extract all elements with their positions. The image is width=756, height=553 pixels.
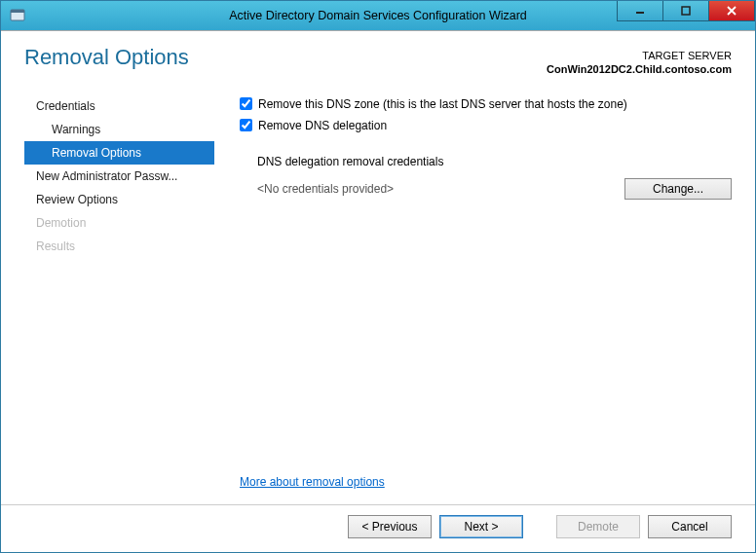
svg-rect-1 [11, 10, 24, 13]
maximize-button[interactable] [663, 1, 709, 21]
credentials-row: <No credentials provided> Change... [240, 178, 732, 200]
credentials-text: <No credentials provided> [257, 182, 394, 196]
nav-item: Demotion [24, 211, 214, 235]
previous-button[interactable]: < Previous [348, 515, 432, 538]
remove-dns-delegation-checkbox[interactable] [240, 119, 252, 131]
target-server-block: TARGET SERVER ConWin2012DC2.Child.contos… [547, 45, 732, 77]
next-button[interactable]: Next > [439, 515, 523, 538]
wizard-footer: < Previous Next > Demote Cancel [1, 504, 755, 552]
target-server-label: TARGET SERVER [547, 49, 732, 62]
footer-gap [531, 515, 548, 538]
delegation-credentials-label: DNS delegation removal credentials [240, 155, 732, 168]
nav-item[interactable]: Removal Options [24, 141, 214, 165]
remove-dns-zone-checkbox[interactable] [240, 97, 252, 110]
minimize-button[interactable] [617, 1, 663, 21]
wizard-window: Active Directory Domain Services Configu… [0, 0, 756, 553]
remove-dns-delegation-label: Remove DNS delegation [258, 119, 387, 132]
remove-dns-zone-row[interactable]: Remove this DNS zone (this is the last D… [240, 94, 732, 114]
remove-dns-delegation-row[interactable]: Remove DNS delegation [240, 116, 732, 135]
wizard-nav: CredentialsWarningsRemoval OptionsNew Ad… [24, 94, 214, 504]
nav-item: Results [24, 235, 214, 258]
main-panel: Remove this DNS zone (this is the last D… [214, 94, 732, 504]
cancel-button[interactable]: Cancel [648, 515, 732, 538]
header-row: Removal Options TARGET SERVER ConWin2012… [1, 31, 755, 77]
titlebar: Active Directory Domain Services Configu… [1, 1, 755, 30]
nav-item[interactable]: Credentials [24, 94, 214, 118]
target-server-name: ConWin2012DC2.Child.contoso.com [547, 62, 732, 76]
demote-button: Demote [556, 515, 640, 538]
nav-item[interactable]: New Administrator Passw... [24, 165, 214, 188]
wizard-body: Removal Options TARGET SERVER ConWin2012… [1, 30, 755, 552]
content-row: CredentialsWarningsRemoval OptionsNew Ad… [1, 94, 755, 504]
nav-item[interactable]: Review Options [24, 188, 214, 211]
change-credentials-button[interactable]: Change... [624, 178, 732, 200]
more-about-link[interactable]: More about removal options [240, 465, 732, 504]
window-controls [617, 1, 755, 30]
page-title: Removal Options [24, 45, 189, 70]
close-button[interactable] [709, 1, 755, 21]
app-icon [7, 5, 28, 26]
remove-dns-zone-label: Remove this DNS zone (this is the last D… [258, 97, 627, 111]
svg-rect-3 [682, 7, 690, 15]
nav-item[interactable]: Warnings [24, 118, 214, 141]
